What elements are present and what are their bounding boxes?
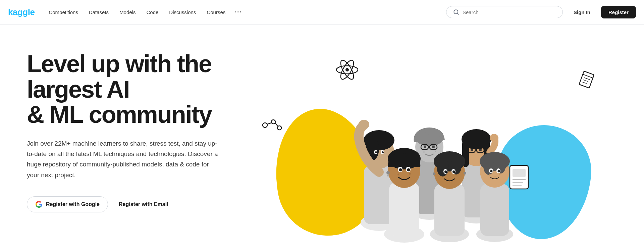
- nav-competitions[interactable]: Competitions: [44, 7, 83, 18]
- svg-point-55: [399, 168, 402, 171]
- hero-buttons: Register with Google Register with Email: [27, 196, 235, 212]
- svg-point-72: [464, 172, 466, 174]
- svg-point-5: [345, 68, 349, 71]
- book-decoration: [575, 69, 600, 96]
- nav-right: Sign In Register: [446, 6, 636, 18]
- svg-rect-74: [480, 184, 509, 236]
- hero-title: Level up with the largest AI & ML commun…: [27, 51, 235, 128]
- svg-point-59: [386, 171, 390, 174]
- hero-illustration: [235, 45, 617, 246]
- nav-links: Competitions Datasets Models Code Discus…: [44, 6, 443, 18]
- svg-point-69: [444, 170, 447, 173]
- logo-link[interactable]: kaggle: [8, 7, 35, 17]
- svg-point-47: [479, 149, 482, 151]
- search-icon: [453, 9, 459, 15]
- nav-more-button[interactable]: ···: [231, 6, 245, 18]
- hero-section: Level up with the largest AI & ML commun…: [0, 24, 644, 252]
- nav-datasets[interactable]: Datasets: [84, 7, 113, 18]
- svg-point-58: [409, 173, 411, 175]
- svg-point-57: [398, 174, 399, 175]
- sign-in-button[interactable]: Sign In: [568, 7, 596, 18]
- svg-point-84: [499, 173, 500, 175]
- svg-point-85: [495, 176, 496, 177]
- person-front-center-right: [430, 151, 469, 242]
- svg-point-81: [490, 170, 493, 172]
- svg-point-34: [432, 146, 435, 148]
- search-bar[interactable]: [446, 6, 563, 18]
- search-input[interactable]: [463, 9, 556, 15]
- svg-rect-50: [389, 182, 419, 236]
- svg-point-82: [498, 170, 500, 172]
- svg-point-7: [271, 120, 275, 124]
- svg-point-71: [433, 172, 435, 175]
- svg-point-60: [387, 174, 389, 177]
- nav-discussions[interactable]: Discussions: [164, 7, 201, 18]
- svg-point-25: [359, 120, 369, 129]
- svg-point-23: [375, 151, 377, 153]
- svg-line-10: [275, 123, 278, 126]
- nav-courses[interactable]: Courses: [202, 7, 230, 18]
- register-google-button[interactable]: Register with Google: [27, 196, 108, 212]
- svg-point-83: [489, 174, 490, 175]
- nav-code[interactable]: Code: [142, 7, 163, 18]
- nav-models[interactable]: Models: [115, 7, 140, 18]
- svg-point-70: [452, 170, 455, 173]
- svg-rect-11: [579, 71, 594, 88]
- svg-point-56: [407, 168, 410, 171]
- svg-point-35: [423, 151, 425, 153]
- svg-point-24: [382, 151, 384, 153]
- svg-point-65: [437, 158, 449, 177]
- navbar: kaggle Competitions Datasets Models Code…: [0, 0, 644, 24]
- svg-line-1: [457, 13, 458, 14]
- google-icon: [35, 201, 43, 208]
- svg-point-36: [435, 151, 436, 152]
- svg-rect-87: [513, 169, 526, 177]
- svg-point-48: [490, 134, 498, 142]
- svg-point-46: [471, 149, 473, 151]
- molecule-decoration: [262, 118, 282, 135]
- svg-point-8: [277, 126, 281, 130]
- atom-decoration: [335, 58, 359, 86]
- logo-text: kaggle: [8, 7, 35, 17]
- svg-rect-62: [434, 184, 465, 236]
- register-google-label: Register with Google: [46, 201, 100, 207]
- hero-description: Join over 22M+ machine learners to share…: [27, 138, 221, 180]
- register-email-button[interactable]: Register with Email: [119, 201, 168, 207]
- svg-point-33: [424, 146, 426, 148]
- svg-line-9: [267, 123, 271, 124]
- register-button[interactable]: Register: [601, 6, 636, 18]
- person-front-center-left: [384, 148, 424, 243]
- svg-point-6: [263, 123, 267, 128]
- id-card-decoration: [510, 165, 528, 189]
- hero-content: Level up with the largest AI & ML commun…: [27, 45, 235, 212]
- person-front-right: [476, 152, 513, 242]
